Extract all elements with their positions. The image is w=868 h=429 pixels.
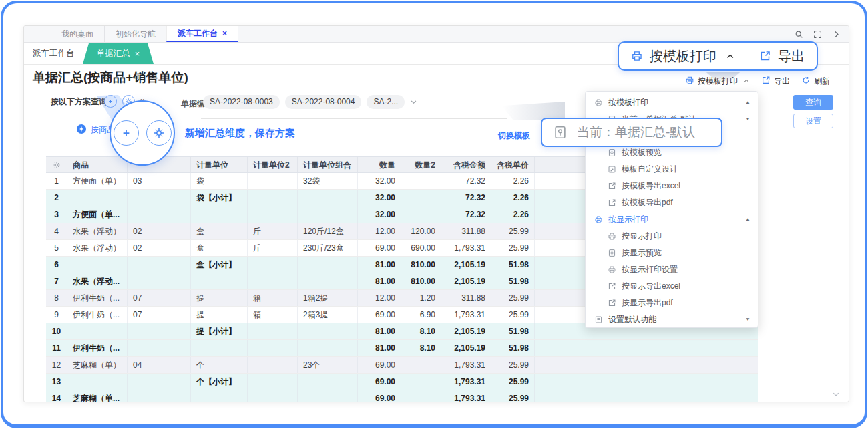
table-row-13[interactable]: 13个【小计】69.001,793.3125.99 [46, 374, 758, 390]
scheme-zoom-bubble [110, 100, 175, 166]
table-row-14[interactable]: 14芝麻糊（单...69.001,793.3125.99 [46, 390, 758, 402]
row-number: 4 [46, 223, 67, 239]
subtab-document-summary[interactable]: 单据汇总 × [83, 43, 154, 64]
printer-icon [594, 215, 603, 224]
export-label[interactable]: 导出 [778, 47, 805, 65]
menu-item-12[interactable]: 按显示导出pdf [586, 295, 758, 311]
menu-item-9[interactable]: 按显示预览 [586, 245, 758, 261]
menu-item-label: 按模板导出pdf [622, 197, 673, 208]
close-icon[interactable]: × [135, 49, 140, 59]
cell: 07 [128, 307, 191, 323]
menu-item-8[interactable]: 按显示打印 [586, 228, 758, 245]
cell: 斤 [248, 223, 298, 239]
header-gear-cell[interactable] [46, 157, 67, 172]
save-scheme-settings-button[interactable] [146, 120, 172, 146]
row-number: 7 [46, 273, 67, 289]
cell: 69.00 [358, 390, 401, 402]
triangle-down-icon[interactable]: ▼ [745, 117, 750, 122]
switch-template-link[interactable]: 切换模板 [498, 130, 530, 142]
menu-item-11[interactable]: 按显示导出excel [586, 278, 758, 295]
cell: 1,793.31 [441, 240, 491, 256]
doc-no-field-underline [201, 118, 507, 119]
chevron-right-icon[interactable] [832, 30, 841, 39]
export-icon [761, 76, 771, 85]
cell [248, 390, 298, 402]
table-row-11[interactable]: 11伊利牛奶（...81.008.102,105.1951.98 [46, 340, 758, 357]
menu-item-4[interactable]: 模板自定义设计 [586, 161, 758, 178]
search-icon[interactable] [795, 30, 803, 39]
fullscreen-icon[interactable] [813, 30, 822, 39]
chevron-up-icon[interactable] [741, 77, 750, 86]
refresh-icon [801, 76, 811, 87]
cell: 伊利牛奶（... [67, 290, 128, 306]
cell: 25.99 [491, 374, 535, 390]
cell [248, 323, 298, 339]
cell [248, 190, 298, 206]
triangle-up-icon[interactable]: ▲ [745, 100, 750, 105]
add-scheme-button[interactable] [104, 95, 117, 108]
cell [298, 323, 358, 339]
print-by-template-button[interactable]: 按模板打印 [685, 76, 750, 87]
table-row-12[interactable]: 12芝麻糊（单）04个23个69.001,793.3125.99 [46, 357, 758, 374]
cell: 311.88 [441, 223, 491, 239]
menu-item-0[interactable]: 按模板打印▲ [586, 94, 758, 111]
cell: 81.00 [358, 323, 401, 339]
doc-no-tag-0[interactable]: SA-2022-08-0003 [203, 95, 280, 109]
settings-button[interactable]: 设置 [793, 114, 833, 128]
top-tab-0[interactable]: 我的桌面 [51, 26, 104, 42]
cell [128, 257, 191, 273]
cell: 32.00 [358, 190, 401, 206]
menu-item-6[interactable]: 按模板导出pdf [586, 194, 758, 211]
cell: 2,105.19 [441, 273, 491, 289]
preview-icon [608, 249, 616, 257]
doc-no-tag-1[interactable]: SA-2022-08-0004 [285, 95, 362, 109]
printer-icon [594, 98, 603, 107]
scheme-zoom-caption: 新增汇总维度，保存方案 [185, 127, 295, 140]
triangle-down-icon[interactable]: ▼ [745, 317, 750, 322]
refresh-button[interactable]: 刷新 [801, 76, 830, 87]
top-tabs: 我的桌面初始化导航派车工作台× [51, 26, 849, 42]
plus-icon [107, 98, 114, 105]
menu-item-7[interactable]: 按显示打印▲ [586, 211, 758, 228]
export-icon [761, 76, 771, 87]
printer-icon [685, 76, 694, 87]
scroll-down-icon[interactable] [832, 389, 840, 397]
cell: 69.00 [358, 307, 401, 323]
cell [298, 374, 358, 390]
chevron-down-icon[interactable] [410, 98, 417, 106]
row-number: 13 [46, 374, 67, 390]
cell: 2.26 [491, 173, 535, 189]
cell: 1,793.31 [441, 374, 491, 390]
top-tab-2[interactable]: 派车工作台× [166, 26, 238, 42]
cell: 提 [191, 290, 248, 306]
top-tab-1[interactable]: 初始化导航 [104, 26, 166, 42]
menu-item-5[interactable]: 按模板导出excel [586, 178, 758, 194]
gear-icon[interactable] [53, 161, 61, 169]
toolbar-zoom-callout: 按模板打印 导出 [618, 41, 818, 71]
export-button[interactable]: 导出 [761, 76, 790, 87]
header-cell-1: 商品 [67, 157, 128, 172]
cell: 810.00 [401, 273, 441, 289]
subtab-dispatch-workbench[interactable]: 派车工作台 [33, 43, 75, 64]
add-summary-dimension-button[interactable] [114, 120, 139, 146]
query-button[interactable]: 查询 [793, 95, 833, 110]
cell: 2.26 [491, 190, 535, 206]
menu-item-13[interactable]: 设置默认功能▼ [586, 311, 758, 328]
cell [298, 190, 358, 206]
doc-no-tag-2[interactable]: SA-2... [367, 95, 405, 109]
cell [128, 323, 191, 339]
close-icon[interactable]: × [222, 29, 227, 37]
gear-icon [152, 126, 166, 140]
cell [191, 340, 248, 356]
triangle-up-icon[interactable]: ▲ [745, 217, 750, 222]
chevron-up-icon[interactable] [726, 51, 734, 61]
chevron-down-icon[interactable] [832, 390, 840, 398]
cell: 芝麻糊（单... [67, 390, 128, 402]
cell: 2箱3提 [298, 307, 358, 323]
print-by-template-label[interactable]: 按模板打印 [650, 47, 716, 65]
cell: 51.98 [491, 257, 535, 273]
menu-item-10[interactable]: 按显示打印设置 [586, 261, 758, 278]
cell: 箱 [248, 290, 298, 306]
menu-item-label: 按显示打印设置 [622, 264, 678, 275]
cell: 25.99 [491, 357, 535, 373]
